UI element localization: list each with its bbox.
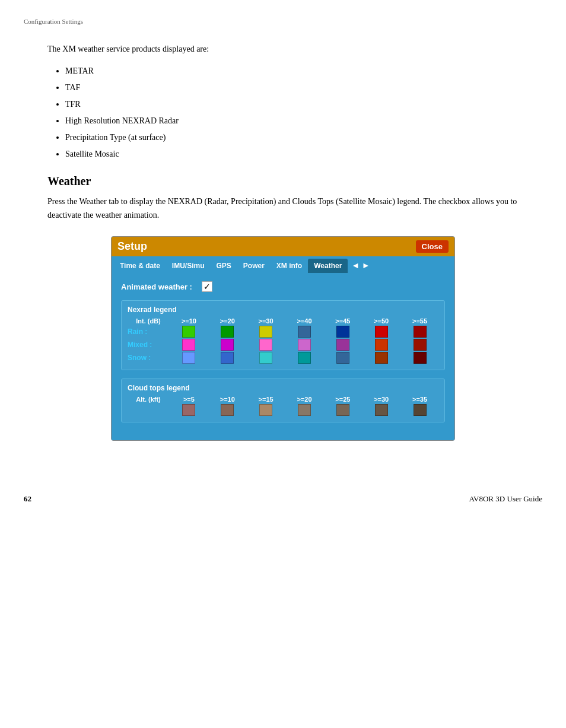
- section-heading: Weather: [47, 174, 519, 188]
- intro-text: The XM weather service products displaye…: [47, 43, 519, 56]
- close-button[interactable]: Close: [416, 240, 449, 253]
- nexrad-legend-title: Nexrad legend: [128, 306, 438, 314]
- nexrad-color-cell: [259, 352, 272, 364]
- cloud-header->=35: >=35: [401, 396, 438, 403]
- breadcrumb: Configuration Settings: [0, 12, 566, 37]
- dialog-body: Animated weather : ✓ Nexrad legend Int. …: [112, 273, 454, 440]
- nexrad-legend-section: Nexrad legend Int. (dB)>=10>=20>=30>=40>…: [121, 300, 445, 370]
- cloud-header->=20: >=20: [286, 396, 323, 403]
- nexrad-color-cell: [414, 339, 427, 351]
- section-body: Press the Weather tab to display the NEX…: [47, 195, 519, 222]
- animated-weather-checkbox[interactable]: ✓: [202, 281, 212, 292]
- cloud-header->=25: >=25: [324, 396, 361, 403]
- cloud-header->=15: >=15: [247, 396, 285, 403]
- nexrad-color-cell: [298, 352, 311, 364]
- nexrad-color-cell: [375, 339, 388, 351]
- tab-weather[interactable]: Weather: [308, 259, 348, 273]
- nexrad-header->=10: >=10: [170, 317, 208, 325]
- nexrad-color-cell: [182, 326, 195, 338]
- cloud-header->=5: >=5: [170, 396, 208, 403]
- tab-power[interactable]: Power: [237, 259, 271, 273]
- nexrad-color-cell: [375, 326, 388, 338]
- nexrad-color-cell: [375, 352, 388, 364]
- nexrad-row-label: Rain :: [128, 328, 169, 336]
- cloud-tops-legend-section: Cloud tops legend Alt. (kft)>=5>=10>=15>…: [121, 379, 445, 422]
- nexrad-color-cell: [182, 352, 195, 364]
- nexrad-header->=30: >=30: [247, 317, 285, 325]
- tab-time---date[interactable]: Time & date: [114, 259, 166, 273]
- list-item: TAF: [65, 80, 519, 96]
- nexrad-header->=40: >=40: [286, 317, 323, 325]
- cloud-color-cell: [414, 404, 427, 416]
- list-item: TFR: [65, 96, 519, 113]
- dialog-title: Setup: [117, 240, 147, 253]
- tab-gps[interactable]: GPS: [210, 259, 237, 273]
- animated-weather-label: Animated weather :: [121, 282, 192, 291]
- list-item: METAR: [65, 63, 519, 80]
- animated-weather-row: Animated weather : ✓: [121, 281, 445, 292]
- page-number: 62: [24, 494, 31, 504]
- cloud-color-cell: [336, 404, 349, 416]
- nexrad-row-label: Mixed :: [128, 341, 169, 349]
- nexrad-color-cell: [259, 339, 272, 351]
- cloud-alt-label: Alt. (kft): [128, 396, 169, 403]
- list-item: Satellite Mosaic: [65, 146, 519, 163]
- setup-title-bar: Setup Close: [112, 237, 454, 256]
- nexrad-color-cell: [221, 339, 234, 351]
- bullet-list: METARTAFTFRHigh Resolution NEXRAD RadarP…: [65, 63, 519, 163]
- cloud-tops-legend-title: Cloud tops legend: [128, 384, 438, 392]
- cloud-color-cell: [182, 404, 195, 416]
- list-item: Precipitation Type (at surface): [65, 129, 519, 146]
- list-item: High Resolution NEXRAD Radar: [65, 113, 519, 129]
- nexrad-row-label: Snow :: [128, 354, 169, 362]
- nexrad-header->=50: >=50: [363, 317, 400, 325]
- nexrad-header->=55: >=55: [401, 317, 438, 325]
- tab-nav-arrows[interactable]: ◄ ►: [348, 259, 373, 273]
- tab-xm-info[interactable]: XM info: [271, 259, 308, 273]
- nexrad-color-cell: [336, 326, 349, 338]
- nexrad-color-cell: [259, 326, 272, 338]
- nexrad-color-cell: [336, 339, 349, 351]
- tab-bar: Time & dateIMU/SimuGPSPowerXM infoWeathe…: [112, 256, 454, 273]
- setup-dialog: Setup Close Time & dateIMU/SimuGPSPowerX…: [111, 236, 455, 441]
- cloud-tops-legend-grid: Alt. (kft)>=5>=10>=15>=20>=25>=30>=35: [128, 396, 438, 416]
- nexrad-color-cell: [221, 352, 234, 364]
- nexrad-color-cell: [182, 339, 195, 351]
- nexrad-int-label: Int. (dB): [128, 317, 169, 325]
- nexrad-header->=45: >=45: [324, 317, 361, 325]
- nexrad-color-cell: [414, 326, 427, 338]
- nexrad-color-cell: [298, 326, 311, 338]
- cloud-color-cell: [375, 404, 388, 416]
- cloud-header->=30: >=30: [363, 396, 400, 403]
- tab-imu-simu[interactable]: IMU/Simu: [166, 259, 211, 273]
- guide-name: AV8OR 3D User Guide: [469, 494, 542, 504]
- nexrad-legend-grid: Int. (dB)>=10>=20>=30>=40>=45>=50>=55Rai…: [128, 317, 438, 364]
- cloud-header->=10: >=10: [209, 396, 246, 403]
- cloud-color-cell: [298, 404, 311, 416]
- nexrad-color-cell: [298, 339, 311, 351]
- nexrad-color-cell: [414, 352, 427, 364]
- nexrad-color-cell: [336, 352, 349, 364]
- nexrad-header->=20: >=20: [209, 317, 246, 325]
- cloud-color-cell: [259, 404, 272, 416]
- cloud-color-cell: [221, 404, 234, 416]
- main-content: The XM weather service products displaye…: [0, 37, 566, 459]
- page-footer: 62 AV8OR 3D User Guide: [0, 482, 566, 510]
- nexrad-color-cell: [221, 326, 234, 338]
